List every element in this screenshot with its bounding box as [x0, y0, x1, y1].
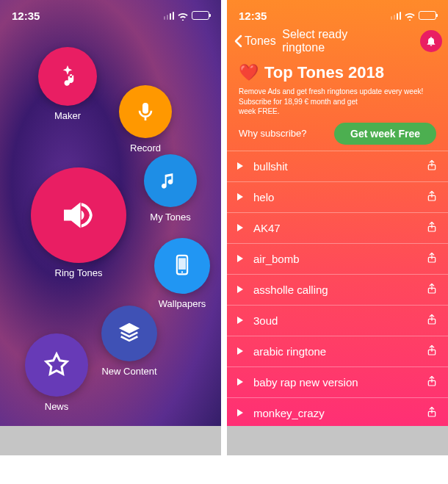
why-subscribe-link[interactable]: Why subscribe?: [239, 128, 306, 139]
share-icon: [426, 220, 438, 234]
promo-title-text: Top Tones 2018: [264, 63, 384, 82]
battery-icon: [192, 11, 209, 20]
tone-row[interactable]: 3oud: [227, 305, 448, 336]
maker-label: Maker: [54, 110, 81, 121]
star-icon: [42, 350, 71, 380]
speaker-icon: [57, 193, 101, 237]
status-time: 12:35: [239, 10, 267, 22]
tone-list: bullshitheloAK47air_bombassholle calling…: [227, 151, 448, 456]
promo-banner: ❤️ Top Tones 2018 Remove Ads and get fre…: [227, 56, 448, 151]
home-screen: 12:35 Maker Record My Tones Ring Tones W…: [0, 0, 221, 455]
mytones-button[interactable]: My Tones: [144, 154, 197, 207]
footer-placeholder: [227, 426, 448, 455]
tone-row[interactable]: air_bomb: [227, 243, 448, 274]
share-icon: [426, 251, 438, 264]
tone-row[interactable]: baby rap new version: [227, 366, 448, 397]
wifi-icon: [404, 11, 416, 20]
sparkle-note-icon: [54, 63, 81, 90]
battery-icon: [419, 11, 436, 20]
tones-list-screen: 12:35 Tones Select ready ringtone ❤️ Top…: [227, 0, 448, 455]
tone-name: 3oud: [253, 314, 426, 327]
chevron-left-icon: [234, 35, 243, 48]
play-icon: [237, 347, 243, 355]
share-button[interactable]: [426, 189, 438, 205]
play-icon: [237, 224, 243, 231]
cellular-icon: [164, 12, 175, 20]
heart-icon: ❤️: [239, 63, 259, 82]
status-indicators: [391, 11, 437, 20]
news-button[interactable]: News: [25, 333, 88, 397]
record-button[interactable]: Record: [119, 85, 172, 138]
share-icon: [426, 375, 438, 388]
nav-back-label: Tones: [245, 35, 276, 48]
tone-name: assholle calling: [253, 283, 426, 296]
status-time: 12:35: [12, 10, 40, 22]
footer-placeholder: [0, 426, 221, 455]
tone-row[interactable]: bullshit: [227, 151, 448, 181]
nav-back-button[interactable]: Tones: [234, 35, 276, 48]
get-week-free-button[interactable]: Get week Free: [334, 123, 436, 145]
tone-row[interactable]: AK47: [227, 212, 448, 243]
tone-row[interactable]: monkey_crazy: [227, 397, 448, 428]
promo-title: ❤️ Top Tones 2018: [239, 63, 436, 82]
share-icon: [426, 405, 438, 419]
tone-name: air_bomb: [253, 253, 426, 265]
share-button[interactable]: [426, 220, 438, 236]
phone-wallpaper-icon: [170, 253, 195, 278]
share-icon: [426, 159, 438, 172]
tone-name: baby rap new version: [253, 376, 426, 389]
tone-name: bullshit: [253, 160, 426, 173]
svg-rect-1: [178, 258, 186, 270]
share-button[interactable]: [426, 159, 438, 174]
svg-point-2: [181, 271, 183, 272]
play-icon: [237, 286, 243, 293]
music-notes-icon: [159, 169, 182, 192]
tone-name: arabic ringtone: [253, 345, 426, 358]
bell-icon: [425, 35, 437, 47]
status-bar: 12:35: [0, 0, 221, 26]
microphone-icon: [134, 100, 157, 123]
play-icon: [237, 162, 243, 170]
wallpapers-button[interactable]: Wallpapers: [154, 238, 210, 294]
bubble-menu: Maker Record My Tones Ring Tones Wallpap…: [0, 26, 221, 438]
share-icon: [426, 313, 438, 326]
tone-name: monkey_crazy: [253, 407, 426, 419]
wifi-icon: [177, 11, 189, 20]
ringtones-label: Ring Tones: [55, 267, 103, 278]
play-icon: [237, 255, 243, 262]
nav-bar: Tones Select ready ringtone: [227, 26, 448, 56]
mytones-label: My Tones: [150, 212, 190, 223]
wallpapers-label: Wallpapers: [159, 298, 206, 309]
nav-title: Select ready ringtone: [282, 28, 393, 54]
share-icon: [426, 344, 438, 357]
notifications-button[interactable]: [420, 30, 442, 52]
promo-description: Remove Ads and get fresh ringtones updat…: [239, 87, 436, 117]
cellular-icon: [391, 12, 402, 20]
tone-row[interactable]: arabic ringtone: [227, 336, 448, 366]
share-icon: [426, 282, 438, 295]
share-icon: [426, 189, 438, 203]
record-label: Record: [130, 142, 161, 153]
share-button[interactable]: [426, 375, 438, 390]
play-icon: [237, 378, 243, 386]
layers-icon: [117, 321, 142, 346]
share-button[interactable]: [426, 313, 438, 328]
play-icon: [237, 317, 243, 324]
tone-row[interactable]: helo: [227, 181, 448, 212]
ringtones-button[interactable]: Ring Tones: [31, 167, 126, 263]
newcontent-button[interactable]: New Content: [101, 306, 157, 361]
maker-button[interactable]: Maker: [38, 47, 97, 106]
play-icon: [237, 409, 243, 416]
play-icon: [237, 193, 243, 201]
tone-name: helo: [253, 191, 426, 203]
share-button[interactable]: [426, 251, 438, 267]
share-button[interactable]: [426, 405, 438, 421]
share-button[interactable]: [426, 282, 438, 297]
news-label: News: [45, 401, 69, 412]
tone-name: AK47: [253, 222, 426, 234]
status-indicators: [164, 11, 210, 20]
tone-row[interactable]: assholle calling: [227, 274, 448, 305]
newcontent-label: New Content: [101, 366, 156, 377]
share-button[interactable]: [426, 344, 438, 359]
status-bar: 12:35: [227, 0, 448, 26]
